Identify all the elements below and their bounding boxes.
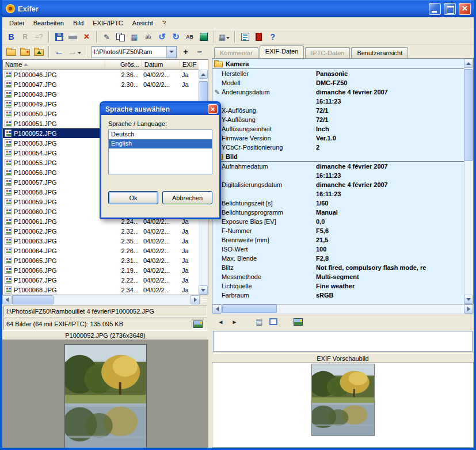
bold-button[interactable]: B — [5, 30, 18, 44]
tab-iptcdaten[interactable]: IPTC-Daten — [305, 47, 350, 58]
cancel-button[interactable]: Abbrechen — [162, 191, 212, 204]
save-button[interactable] — [52, 30, 66, 44]
file-exif-cell: Ja — [180, 287, 199, 293]
scroll-right-icon[interactable] — [464, 304, 473, 314]
scroll-left-icon[interactable] — [212, 304, 222, 314]
image-view-button[interactable] — [291, 315, 304, 329]
table-button[interactable]: ▦ — [128, 30, 141, 44]
exif-row: Y-Auflösung72/1 — [212, 115, 464, 124]
undo-button[interactable]: ↺ — [155, 30, 169, 44]
file-row[interactable]: P1000066.JPG2.19...04/02/2...Ja — [3, 265, 199, 275]
scrollbar-thumb[interactable] — [12, 295, 54, 304]
redo-button[interactable]: ↻ — [169, 30, 182, 44]
file-row[interactable]: P1000065.JPG2.31...04/02/2...Ja — [3, 255, 199, 265]
dialog-close-button[interactable] — [208, 104, 218, 114]
scroll-up-icon[interactable] — [199, 70, 208, 79]
view-table-button[interactable]: ▦ — [217, 30, 231, 44]
column-header-name[interactable]: Name — [3, 60, 105, 69]
tab-benutzeransicht[interactable]: Benutzeransicht — [351, 47, 408, 58]
thumbnail-toggle-button[interactable] — [192, 319, 204, 329]
scroll-up-icon[interactable] — [464, 59, 473, 68]
exif-horizontal-scrollbar[interactable] — [212, 304, 474, 314]
red-book-button[interactable] — [252, 30, 265, 44]
file-date-cell: 04/02/2... — [142, 287, 180, 293]
menu-item-ansicht[interactable]: Ansicht — [128, 18, 158, 28]
previous-image-button[interactable]: ◄ — [214, 315, 227, 329]
column-header-date[interactable]: Datum — [142, 60, 180, 69]
rename-button[interactable]: ab — [142, 30, 155, 44]
exif-row: BlitzNot fired, compulsory flash mode, r… — [212, 263, 464, 272]
frame-view-button[interactable] — [266, 315, 280, 329]
menu-item-bild[interactable]: Bild — [68, 18, 88, 28]
file-name: P1000066.JPG — [14, 267, 57, 274]
edit-button[interactable]: ✎ — [100, 30, 113, 44]
colors-button[interactable] — [197, 30, 210, 44]
ab-rename-button[interactable]: AB — [183, 30, 196, 44]
file-row[interactable]: P1000068.JPG2.34...04/02/2...Ja — [3, 285, 199, 295]
file-list-horizontal-scrollbar[interactable] — [2, 295, 200, 305]
file-row[interactable]: P1000047.JPG2.30...04/02/2...Ja — [3, 79, 199, 89]
next-image-button[interactable]: ► — [228, 315, 241, 329]
scrollbar-thumb[interactable] — [222, 304, 277, 313]
menu-item-?[interactable]: ? — [158, 18, 170, 28]
file-row[interactable]: P1000048.JPG — [3, 89, 199, 99]
close-button[interactable] — [459, 3, 471, 15]
edit-pencil-icon[interactable]: ✎ — [212, 87, 222, 97]
window-title: Exifer — [18, 5, 426, 13]
maximize-button[interactable] — [444, 3, 456, 15]
help-button[interactable]: ? — [266, 30, 279, 44]
file-row[interactable]: P1000067.JPG2.22...04/02/2...Ja — [3, 275, 199, 285]
print-button[interactable] — [66, 30, 79, 44]
back-button[interactable]: ← — [52, 45, 66, 59]
delete-button[interactable]: × — [80, 30, 93, 44]
file-name-cell: P1000046.JPG — [3, 70, 105, 79]
equal-query-button[interactable]: =? — [32, 30, 45, 44]
scroll-left-icon[interactable] — [2, 295, 12, 304]
ok-button[interactable]: Ok — [108, 191, 158, 204]
combo-dropdown-icon[interactable] — [166, 47, 176, 58]
exif-section-header: Kamera — [212, 59, 464, 69]
forward-button[interactable]: → — [66, 45, 83, 59]
exif-vertical-scrollbar[interactable] — [464, 59, 473, 304]
add-path-button[interactable]: + — [179, 45, 192, 59]
language-option-deutsch[interactable]: Deutsch — [109, 130, 212, 139]
list-view-button[interactable]: ▤ — [253, 315, 266, 329]
file-row[interactable]: P1000063.JPG2.35...04/02/2...Ja — [3, 236, 199, 246]
favorite-folder-icon — [20, 49, 30, 56]
exif-key: ISO-Wert — [222, 245, 316, 254]
file-row[interactable]: P1000046.JPG2.36...04/02/2...Ja — [3, 70, 199, 79]
tab-kommentar[interactable]: Kommentar — [214, 47, 258, 58]
exif-row: BelichtungsprogrammManual — [212, 208, 464, 217]
exif-key: Farbraum — [222, 291, 316, 300]
scroll-right-icon[interactable] — [191, 295, 200, 304]
table-icon: ▦ — [131, 33, 138, 41]
app-icon — [6, 4, 15, 13]
checklist-button[interactable] — [238, 30, 252, 44]
open-folder-button[interactable] — [5, 45, 18, 59]
column-header-exif[interactable]: EXIF — [180, 60, 199, 69]
minimize-button[interactable] — [429, 3, 441, 15]
remove-path-button[interactable]: − — [193, 45, 206, 59]
exif-key: Max. Blende — [222, 254, 316, 263]
language-option-english[interactable]: English — [109, 139, 212, 148]
scroll-down-icon[interactable] — [199, 285, 208, 295]
file-row[interactable]: P1000062.JPG2.32...04/02/2...Ja — [3, 226, 199, 236]
back-icon: ← — [55, 47, 64, 57]
menu-item-exifiptc[interactable]: EXIF/IPTC — [88, 18, 128, 28]
file-row[interactable]: P1000064.JPG2.26...04/02/2...Ja — [3, 246, 199, 255]
r-button[interactable]: R — [18, 30, 32, 44]
folder-up-button[interactable] — [32, 45, 45, 59]
language-listbox[interactable]: DeutschEnglish — [108, 129, 212, 174]
favorite-folder-button[interactable] — [18, 45, 32, 59]
scroll-down-icon[interactable] — [464, 295, 473, 304]
menu-item-datei[interactable]: Datei — [5, 18, 29, 28]
path-combobox[interactable]: I:\Photos\IFZ50\Ram — [92, 46, 177, 58]
menu-item-bearbeiten[interactable]: Bearbeiten — [29, 18, 68, 28]
splitter-grip[interactable] — [200, 295, 208, 305]
scrollbar-thumb[interactable] — [464, 69, 473, 161]
tab-exifdaten[interactable]: EXIF-Daten — [260, 45, 304, 58]
file-date-cell: 04/02/2... — [142, 247, 180, 254]
exif-row: AuflösungseinheitInch — [212, 124, 464, 134]
copy-button[interactable] — [114, 30, 127, 44]
column-header-size[interactable]: Grös... — [105, 60, 142, 69]
